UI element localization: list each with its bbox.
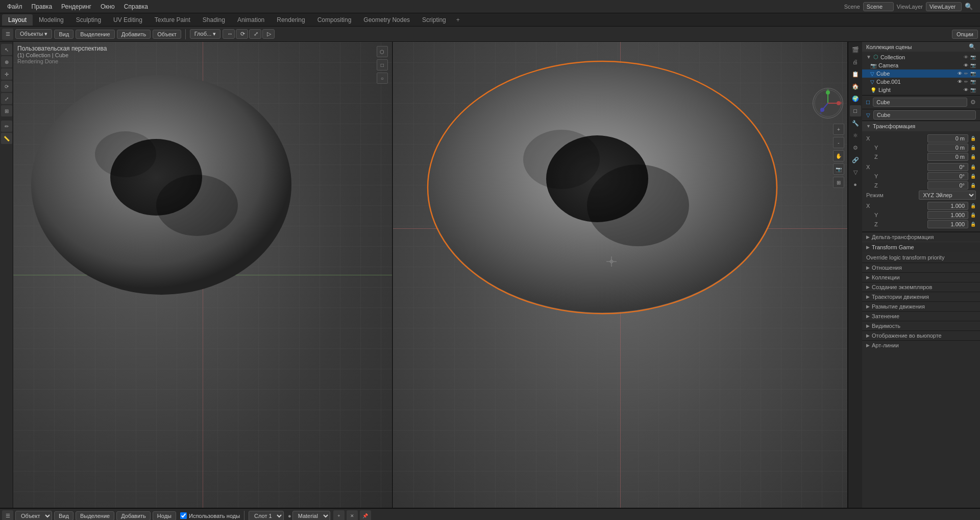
add-menu[interactable]: Добавить xyxy=(117,30,151,39)
light-render-icon[interactable]: 📷 xyxy=(970,87,976,92)
material-props-icon[interactable]: ● xyxy=(850,179,861,190)
rot-x-input[interactable] xyxy=(927,163,968,171)
transform-btn2[interactable]: ⟳ xyxy=(236,29,248,39)
zoom-out[interactable]: - xyxy=(833,137,844,148)
motion-blur-row[interactable]: ▶ Размытие движения xyxy=(862,301,980,311)
art-lines-row[interactable]: ▶ Арт-линии xyxy=(862,340,980,350)
frame-all[interactable]: ⊞ xyxy=(833,177,844,188)
scale-y-input[interactable] xyxy=(927,211,968,219)
node-unlink-material[interactable]: ✕ xyxy=(347,510,358,521)
node-select-menu[interactable]: Выделение xyxy=(76,511,114,521)
pos-y-input[interactable] xyxy=(927,144,968,152)
global-select[interactable]: Глоб... ▾ xyxy=(190,29,221,39)
scale-z-input[interactable] xyxy=(927,220,968,228)
constraints-props-icon[interactable]: 🔗 xyxy=(850,154,861,166)
pos-x-lock[interactable]: 🔒 xyxy=(970,136,976,141)
options-btn[interactable]: Опции xyxy=(952,30,978,39)
annotate-tool[interactable]: ✏ xyxy=(1,121,12,132)
tree-item-camera[interactable]: 📷 Camera 👁 📷 xyxy=(862,61,980,69)
world-props-icon[interactable]: 🌍 xyxy=(850,93,861,104)
cube-eye-icon[interactable]: 👁 xyxy=(958,71,962,76)
scale-x-lock[interactable]: 🔒 xyxy=(970,203,976,208)
material-select[interactable]: Material xyxy=(292,511,330,521)
tree-item-collection[interactable]: ▼ ⬡ Collection 👁 📷 xyxy=(862,53,980,61)
rot-y-lock[interactable]: 🔒 xyxy=(970,174,976,179)
cube001-edit-icon[interactable]: ✏ xyxy=(964,79,968,84)
transform-game-header[interactable]: ▶ Transform Game xyxy=(862,242,980,252)
node-nodes-menu[interactable]: Ноды xyxy=(153,511,176,521)
tab-scripting[interactable]: Scripting xyxy=(416,14,452,26)
menu-render[interactable]: Рендеринг xyxy=(57,2,95,11)
delta-transform-row[interactable]: ▶ Дельта-трансформация xyxy=(862,232,980,242)
camera-eye-icon[interactable]: 👁 xyxy=(964,63,968,68)
light-eye-icon[interactable]: 👁 xyxy=(964,87,968,92)
measure-tool[interactable]: 📏 xyxy=(1,133,12,144)
motion-paths-row[interactable]: ▶ Траектории движения xyxy=(862,292,980,301)
menu-help[interactable]: Справка xyxy=(120,2,152,11)
mode-select[interactable]: Объекты ▾ xyxy=(15,29,52,39)
tab-shading[interactable]: Shading xyxy=(197,14,231,26)
use-nodes-checkbox[interactable] xyxy=(180,512,187,519)
tab-geometry-nodes[interactable]: Geometry Nodes xyxy=(357,14,416,26)
collection-render-icon[interactable]: 📷 xyxy=(970,55,976,60)
tab-animation[interactable]: Animation xyxy=(231,14,271,26)
node-add-menu[interactable]: Добавить xyxy=(116,511,151,521)
slot-select[interactable]: Слот 1 xyxy=(249,511,284,521)
rotate-tool[interactable]: ⟳ xyxy=(1,81,12,92)
view-layer-input[interactable] xyxy=(926,2,962,11)
tab-rendering[interactable]: Rendering xyxy=(271,14,311,26)
rot-mode-select[interactable]: XYZ Эйлер xyxy=(919,191,976,200)
cube-render-icon[interactable]: 📷 xyxy=(970,71,976,76)
rot-z-input[interactable] xyxy=(927,181,968,190)
scale-x-input[interactable] xyxy=(927,202,968,210)
data-name-input[interactable] xyxy=(873,110,976,120)
collections-row[interactable]: ▶ Коллекции xyxy=(862,272,980,282)
collection-eye-icon[interactable]: 👁 xyxy=(964,55,968,60)
menu-edit[interactable]: Правка xyxy=(28,2,57,11)
cube-edit-icon[interactable]: ✏ xyxy=(964,71,968,76)
tree-item-light[interactable]: 💡 Light 👁 📷 xyxy=(862,86,980,94)
transform-header[interactable]: ▼ Трансформация xyxy=(862,121,980,131)
tab-texture-paint[interactable]: Texture Paint xyxy=(149,14,197,26)
camera-render-icon[interactable]: 📷 xyxy=(970,63,976,68)
data-props-icon[interactable]: ▽ xyxy=(850,167,861,178)
cursor-tool[interactable]: ⊕ xyxy=(1,56,12,67)
select-tool[interactable]: ↖ xyxy=(1,44,12,55)
pos-y-lock[interactable]: 🔒 xyxy=(970,145,976,150)
transform-btn3[interactable]: ⤢ xyxy=(249,29,261,39)
object-options-btn[interactable]: ⚙ xyxy=(970,99,976,106)
viewport-display-row[interactable]: ▶ Отображение во вьюпорте xyxy=(862,330,980,340)
instancing-row[interactable]: ▶ Создание экземпляров xyxy=(862,282,980,292)
relations-row[interactable]: ▶ Отношения xyxy=(862,263,980,272)
viewport-left[interactable]: Пользовательская перспектива (1) Collect… xyxy=(13,42,393,508)
scene-props-icon[interactable]: 🏠 xyxy=(850,81,861,92)
pan-tool[interactable]: ✋ xyxy=(833,150,844,161)
tab-uv-editing[interactable]: UV Editing xyxy=(107,14,149,26)
pos-x-input[interactable] xyxy=(927,134,968,143)
scale-z-lock[interactable]: 🔒 xyxy=(970,222,976,227)
node-new-material[interactable]: + xyxy=(333,510,345,521)
modifier-props-icon[interactable]: 🔧 xyxy=(850,117,861,129)
render-props-icon[interactable]: 🎬 xyxy=(850,44,861,55)
rot-z-lock[interactable]: 🔒 xyxy=(970,183,976,188)
scale-y-lock[interactable]: 🔒 xyxy=(970,212,976,218)
move-tool[interactable]: ✛ xyxy=(1,68,12,80)
select-menu[interactable]: Выделение xyxy=(76,30,114,39)
search-button[interactable]: 🔍 xyxy=(965,3,973,10)
tab-layout[interactable]: Layout xyxy=(2,14,33,26)
tab-compositing[interactable]: Compositing xyxy=(311,14,358,26)
rot-y-input[interactable] xyxy=(927,172,968,180)
zoom-in[interactable]: + xyxy=(833,124,844,135)
viewport-right[interactable]: Y X Z xyxy=(393,42,847,508)
node-pin[interactable]: 📌 xyxy=(360,510,371,521)
menu-file[interactable]: Файл xyxy=(3,2,27,11)
cube001-eye-icon[interactable]: 👁 xyxy=(958,79,962,84)
shading-row[interactable]: ▶ Затенение xyxy=(862,311,980,321)
tree-item-cube[interactable]: ▽ Cube 👁 ✏ 📷 xyxy=(862,69,980,78)
toggle-local[interactable]: ○ xyxy=(377,73,388,84)
pos-z-lock[interactable]: 🔒 xyxy=(970,154,976,159)
particles-props-icon[interactable]: ⚛ xyxy=(850,130,861,141)
view-menu[interactable]: Вид xyxy=(54,30,74,39)
object-props-icon[interactable]: □ xyxy=(850,105,861,116)
object-name-input[interactable] xyxy=(873,98,967,107)
